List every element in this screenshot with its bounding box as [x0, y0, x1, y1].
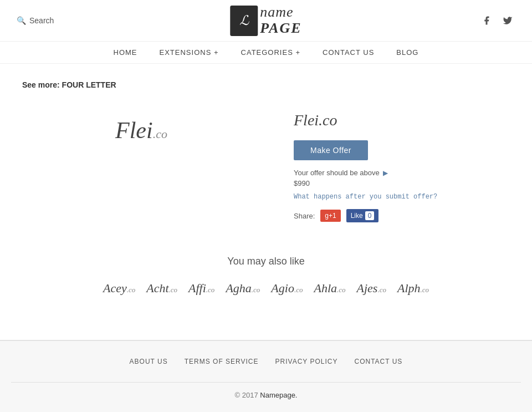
copyright-year: © 2017	[235, 391, 258, 399]
logo-icon-char: ℒ	[239, 13, 249, 28]
domain-item-agha[interactable]: Agha.co	[226, 281, 260, 296]
footer-copyright: © 2017 Namepage.	[11, 383, 521, 408]
make-offer-button[interactable]: Make Offer	[294, 140, 368, 160]
product-logo-name: Flei	[115, 118, 153, 143]
product-title: Flei.co	[294, 111, 510, 129]
logo-page: PAGE	[260, 21, 301, 37]
gplus-button[interactable]: g+1	[320, 210, 340, 222]
site-logo[interactable]: ℒ name PAGE	[230, 4, 301, 36]
fb-count: 0	[365, 211, 375, 220]
logo-text: name PAGE	[260, 4, 301, 36]
nav-item-contact[interactable]: CONTACT US	[323, 48, 374, 57]
search-label[interactable]: Search	[29, 16, 54, 25]
also-like-section: You may also like Acey.co Acht.co Affi.c…	[22, 256, 510, 296]
social-icons	[479, 13, 515, 28]
product-info: Flei.co Make Offer Your offer should be …	[294, 106, 510, 222]
domain-item-acey[interactable]: Acey.co	[103, 281, 135, 296]
domain-name-6: Ajes	[357, 281, 378, 295]
offer-amount: $990	[294, 179, 510, 187]
domain-name-0: Acey	[103, 281, 127, 295]
domain-item-agio[interactable]: Agio.co	[271, 281, 303, 296]
nav-item-blog[interactable]: BLOG	[396, 48, 418, 57]
domain-tld-5: .co	[337, 286, 346, 294]
see-more-label: See more:	[22, 80, 60, 89]
domain-tld-6: .co	[377, 286, 386, 294]
domain-name-3: Agha	[226, 281, 251, 295]
main-content: See more: FOUR LETTER Flei.co Flei.co Ma…	[0, 64, 532, 340]
domain-item-ahla[interactable]: Ahla.co	[314, 281, 345, 296]
nav-item-home[interactable]: HOME	[114, 48, 137, 57]
facebook-like-button[interactable]: Like 0	[346, 209, 379, 222]
nav-item-extensions[interactable]: EXTENSIONS +	[160, 48, 219, 57]
breadcrumb: See more: FOUR LETTER	[22, 80, 510, 89]
domain-list: Acey.co Acht.co Affi.co Agha.co Agio.co …	[22, 281, 510, 296]
domain-tld-3: .co	[252, 286, 260, 294]
domain-item-acht[interactable]: Acht.co	[146, 281, 177, 296]
domain-name-1: Acht	[146, 281, 168, 295]
domain-name-2: Affi	[188, 281, 206, 295]
domain-item-alph[interactable]: Alph.co	[397, 281, 429, 296]
domain-tld-7: .co	[421, 286, 429, 294]
domain-item-affi[interactable]: Affi.co	[188, 281, 214, 296]
logo-icon-box: ℒ	[230, 6, 258, 36]
search-icon: 🔍	[17, 16, 26, 25]
domain-tld-1: .co	[169, 286, 178, 294]
footer-link-contact[interactable]: CONTACT US	[354, 358, 402, 365]
product-logo-display: Flei.co	[115, 117, 167, 144]
domain-name-5: Ahla	[314, 281, 337, 295]
twitter-icon[interactable]	[500, 13, 515, 28]
domain-name-4: Agio	[271, 281, 294, 295]
domain-name-7: Alph	[397, 281, 421, 295]
nav-item-categories[interactable]: CATEGORIES +	[241, 48, 300, 57]
offer-note: Your offer should be above ▶	[294, 169, 510, 177]
domain-tld-2: .co	[206, 286, 215, 294]
fb-like-label: Like	[351, 212, 363, 220]
site-header: 🔍 Search ℒ name PAGE	[0, 0, 532, 42]
product-area: Flei.co Flei.co Make Offer Your offer sh…	[22, 106, 510, 222]
footer-link-about[interactable]: ABOUT US	[130, 358, 168, 365]
facebook-icon[interactable]	[479, 13, 494, 28]
footer-link-privacy[interactable]: PRIVACY POLICY	[275, 358, 338, 365]
domain-item-ajes[interactable]: Ajes.co	[357, 281, 386, 296]
search-area[interactable]: 🔍 Search	[17, 16, 54, 25]
what-happens-link[interactable]: What happens after you submit offer?	[294, 193, 510, 201]
footer-nav: ABOUT US TERMS OF SERVICE PRIVACY POLICY…	[11, 352, 521, 371]
main-nav: HOME EXTENSIONS + CATEGORIES + CONTACT U…	[0, 42, 532, 64]
domain-tld-4: .co	[294, 286, 303, 294]
offer-note-text: Your offer should be above	[294, 169, 380, 177]
offer-arrow-icon: ▶	[383, 169, 388, 177]
breadcrumb-category[interactable]: FOUR LETTER	[62, 80, 116, 89]
copyright-brand[interactable]: Namepage.	[260, 391, 297, 399]
domain-tld-0: .co	[127, 286, 136, 294]
also-like-title: You may also like	[22, 256, 510, 267]
product-logo-tld: .co	[153, 127, 167, 141]
share-label: Share:	[294, 212, 315, 220]
product-image: Flei.co	[22, 106, 260, 155]
site-footer: ABOUT US TERMS OF SERVICE PRIVACY POLICY…	[0, 340, 532, 412]
logo-name: name	[260, 4, 301, 21]
share-area: Share: g+1 Like 0	[294, 209, 510, 222]
footer-link-terms[interactable]: TERMS OF SERVICE	[185, 358, 259, 365]
